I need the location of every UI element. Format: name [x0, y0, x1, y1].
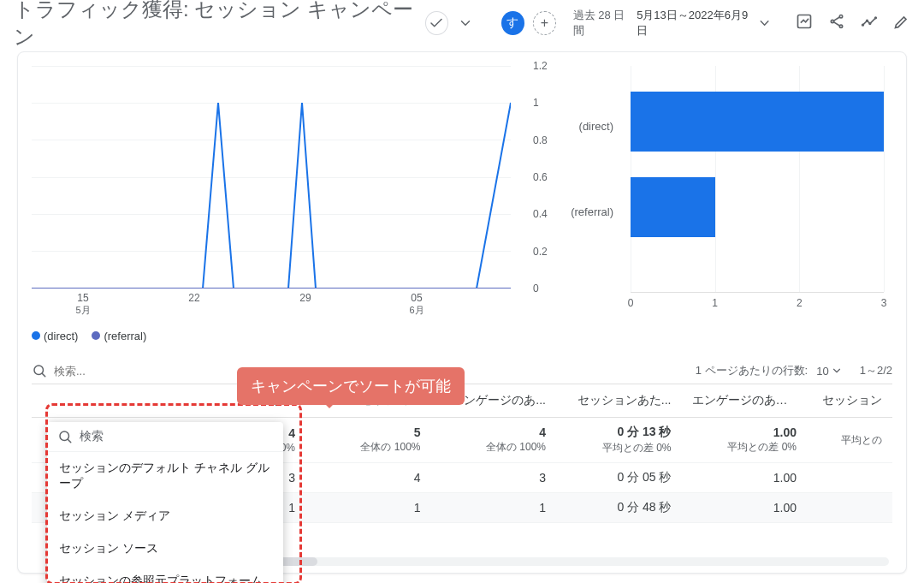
dropdown-item[interactable]: セッション メディア [47, 500, 283, 532]
segment-chip[interactable]: す [501, 11, 524, 35]
svg-line-5 [834, 22, 840, 26]
report-card: 1.2 1 0.8 0.6 0.4 0.2 0 155月 22 29 056月 [17, 51, 907, 574]
bar-x-axis: 0 1 2 3 [631, 297, 884, 314]
dropdown-item[interactable]: セッション ソース [47, 532, 283, 565]
svg-point-12 [60, 431, 69, 441]
svg-point-3 [839, 25, 842, 27]
chevron-down-icon [831, 365, 843, 377]
status-check-icon[interactable] [425, 11, 448, 35]
svg-point-6 [862, 24, 864, 26]
dropdown-item[interactable]: セッションのデフォルト チャネル グループ [47, 452, 283, 500]
col-header[interactable]: エンゲージのあっ... ユーザーあたり） [682, 384, 808, 418]
chevron-down-icon[interactable] [457, 11, 475, 35]
date-range-value: 5月13日～2022年6月9日 [637, 8, 754, 39]
search-icon [32, 363, 47, 378]
search-icon [57, 429, 73, 444]
svg-point-2 [831, 20, 833, 22]
svg-line-4 [834, 17, 840, 21]
table-search-input[interactable] [52, 364, 121, 378]
bar-chart: (direct) (referral) 0 1 2 3 [554, 66, 892, 323]
chevron-down-icon [757, 15, 772, 31]
customize-report-icon[interactable] [796, 13, 813, 33]
col-header[interactable]: セッション [807, 384, 892, 418]
svg-point-10 [34, 366, 44, 375]
bar-label: (direct) [554, 120, 622, 133]
col-header[interactable]: セッションあた... [556, 384, 682, 418]
dropdown-item[interactable]: セッションの参照元プラットフォーム [47, 565, 283, 583]
page-title: トラフィック獲得: セッション キャンペーン [14, 0, 417, 51]
edit-icon[interactable] [893, 13, 910, 33]
svg-line-11 [42, 373, 44, 376]
rows-per-page-label: 1 ページあたりの行数: [696, 363, 808, 378]
add-segment-button[interactable]: + [533, 11, 556, 35]
annotation-callout: キャンペーンでソートが可能 [237, 367, 465, 405]
dropdown-search[interactable]: 検索 [47, 422, 283, 452]
svg-point-1 [839, 15, 842, 18]
page-header: トラフィック獲得: セッション キャンペーン す + 過去 28 日間 5月13… [0, 0, 924, 46]
pagination-range: 1～2/2 [860, 363, 892, 378]
svg-point-9 [875, 17, 877, 19]
chart-legend: (direct) (referral) [32, 330, 892, 342]
svg-line-13 [68, 439, 70, 442]
insights-icon[interactable] [861, 13, 878, 33]
date-range-label: 過去 28 日間 [573, 8, 633, 39]
line-chart: 1.2 1 0.8 0.6 0.4 0.2 0 155月 22 29 056月 [32, 66, 528, 323]
dimension-dropdown: 検索 セッションのデフォルト チャネル グループ セッション メディア セッショ… [47, 422, 283, 583]
share-icon[interactable] [828, 13, 845, 33]
rows-per-page-select[interactable]: 10 [816, 365, 842, 378]
line-x-axis: 155月 22 29 056月 [32, 292, 511, 326]
svg-point-8 [869, 23, 871, 25]
bar-label: (referral) [554, 205, 622, 218]
svg-point-7 [867, 20, 868, 21]
date-range-picker[interactable]: 過去 28 日間 5月13日～2022年6月9日 [573, 8, 772, 39]
